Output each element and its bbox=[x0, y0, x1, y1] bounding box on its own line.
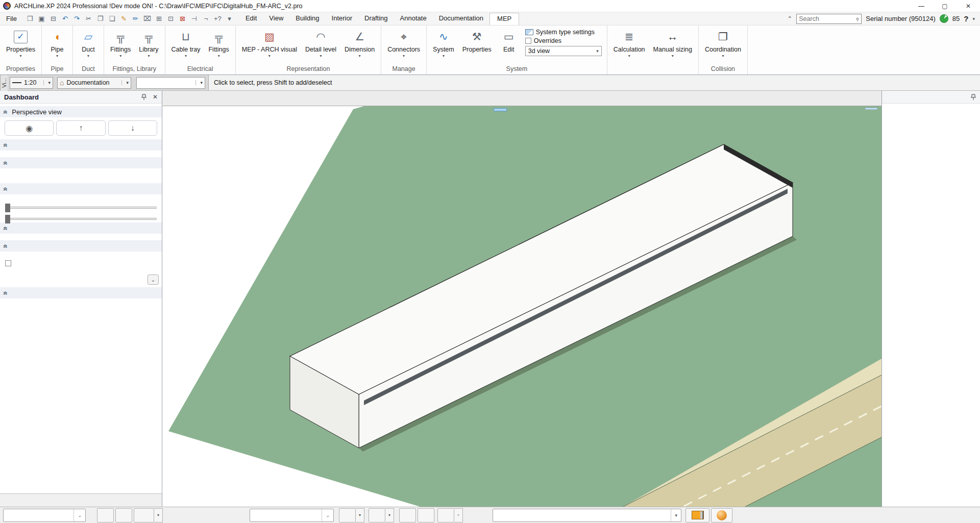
pin-icon[interactable] bbox=[141, 94, 146, 101]
ribbon-button-icon bbox=[504, 28, 514, 45]
menu-file[interactable]: File bbox=[0, 13, 23, 24]
manual-sizing-button[interactable]: Manual sizing bbox=[649, 27, 696, 64]
section-shadow[interactable]: « bbox=[0, 183, 162, 194]
command-input[interactable]: ▾ bbox=[493, 509, 681, 522]
build-tools-button[interactable] bbox=[134, 508, 154, 522]
electrical-fittings-button[interactable]: Fittings bbox=[204, 27, 233, 64]
paste-icon[interactable]: ❏ bbox=[106, 15, 118, 22]
brush-icon[interactable]: ✎ bbox=[118, 15, 130, 22]
date-slider-thumb[interactable] bbox=[5, 215, 10, 223]
scale-dropdown[interactable]: 1:20 ▾ bbox=[10, 77, 53, 89]
copy-icon[interactable]: ❐ bbox=[94, 15, 106, 22]
mep-properties-button[interactable]: Properties bbox=[2, 27, 39, 64]
export-view-button[interactable] bbox=[399, 508, 416, 522]
overrides-checkbox[interactable]: Overrides bbox=[525, 37, 602, 44]
system-properties-button[interactable]: Properties bbox=[458, 27, 496, 64]
library-button[interactable]: Library bbox=[135, 27, 162, 64]
coordination-button[interactable]: Coordination bbox=[701, 27, 745, 64]
menu-item[interactable]: Documentation bbox=[433, 13, 489, 25]
menu-item[interactable]: Annotate bbox=[394, 13, 433, 25]
build-tools-caret[interactable]: ▾ bbox=[154, 508, 163, 522]
dimension-button[interactable]: Dimension bbox=[340, 27, 379, 64]
segment-caret[interactable]: ▾ bbox=[454, 508, 463, 522]
render-sphere-button[interactable] bbox=[711, 508, 732, 522]
north-direction-button[interactable] bbox=[369, 508, 385, 522]
print-icon[interactable]: ⊟ bbox=[47, 15, 59, 22]
measure-icon[interactable]: ⊞ bbox=[153, 15, 165, 22]
trim-icon[interactable]: ⊣ bbox=[188, 15, 200, 22]
joining-surfaces-checkbox[interactable] bbox=[5, 260, 11, 266]
help-caret-icon[interactable]: ▾ bbox=[972, 16, 975, 21]
open-folder-icon[interactable]: ❒ bbox=[24, 15, 36, 22]
floor-up-button[interactable] bbox=[97, 508, 114, 522]
close-panel-icon[interactable]: ✕ bbox=[153, 93, 158, 101]
mep-arch-visual-button[interactable]: MEP - ARCH visual bbox=[238, 27, 301, 64]
save-icon[interactable]: ▣ bbox=[36, 15, 47, 22]
section-rendering[interactable]: « bbox=[0, 240, 162, 252]
menu-item[interactable]: Building bbox=[289, 13, 325, 25]
duct-button[interactable]: Duct bbox=[75, 27, 102, 64]
pen-icon[interactable]: ✏ bbox=[130, 15, 141, 22]
detail-level-button[interactable]: Detail level bbox=[301, 27, 340, 64]
edit-button[interactable]: Edit bbox=[496, 27, 522, 64]
layers-button[interactable] bbox=[339, 508, 356, 522]
delete-icon[interactable]: ⌧ bbox=[141, 15, 153, 22]
north-caret[interactable]: ▾ bbox=[385, 508, 394, 522]
pipe-button[interactable]: Pipe bbox=[44, 27, 70, 64]
representation-mode-dropdown[interactable]: ⌂ Documentation ▾ bbox=[57, 77, 131, 89]
fittings-button[interactable]: Fittings bbox=[106, 27, 135, 64]
layer-dropdown[interactable]: ▾ bbox=[136, 77, 205, 89]
section-view[interactable]: « bbox=[0, 157, 162, 168]
cable-tray-button[interactable]: Cable tray bbox=[167, 27, 205, 64]
date-slider[interactable] bbox=[5, 218, 157, 220]
element-type-dropdown[interactable]: ⌄ bbox=[250, 509, 334, 522]
active-view-dropdown[interactable]: ⌄ bbox=[3, 509, 86, 522]
ribbon-button-label: Calculation bbox=[614, 46, 645, 53]
more-icon[interactable]: ▾ bbox=[224, 15, 235, 22]
ribbon-button-label: Properties bbox=[6, 46, 35, 53]
section-show[interactable]: « bbox=[0, 222, 162, 234]
titlebar: ARCHLine.XP 2024 Professional !Dev mode … bbox=[0, 0, 980, 12]
pin-icon[interactable] bbox=[971, 94, 976, 101]
color-schemes-dropdown[interactable]: ⌄ bbox=[148, 275, 159, 285]
menu-item[interactable]: MEP bbox=[489, 13, 519, 25]
render-image-button[interactable] bbox=[685, 508, 709, 522]
cut-icon[interactable]: ✂ bbox=[83, 15, 94, 22]
time-slider[interactable] bbox=[5, 207, 157, 209]
section-visual-style[interactable]: « bbox=[0, 139, 162, 151]
calculation-button[interactable]: Calculation bbox=[609, 27, 649, 64]
close-button[interactable]: ✕ bbox=[957, 3, 980, 10]
corner-icon[interactable]: ¬ bbox=[200, 15, 212, 22]
time-slider-thumb[interactable] bbox=[5, 204, 10, 212]
view-mode-dropdown[interactable]: 3d view▾ bbox=[525, 46, 602, 56]
drawing-viewport[interactable] bbox=[162, 106, 881, 507]
floor-down-button[interactable] bbox=[115, 508, 132, 522]
move-down-button[interactable]: ↓ bbox=[108, 120, 157, 136]
redo-icon[interactable]: ↷ bbox=[71, 15, 83, 22]
geolocation-button[interactable] bbox=[418, 508, 434, 522]
menu-item[interactable]: View bbox=[263, 13, 289, 25]
system-button[interactable]: System bbox=[429, 27, 458, 64]
perspective-camera-button[interactable]: ◉ bbox=[5, 120, 54, 136]
help-button[interactable]: ? bbox=[964, 14, 968, 23]
move-up-button[interactable]: ↑ bbox=[56, 120, 105, 136]
section-perspective-view[interactable]: « Perspective view bbox=[0, 106, 162, 117]
section-user-defined[interactable]: « bbox=[0, 287, 162, 298]
what-is-this-icon[interactable]: +? bbox=[212, 15, 224, 22]
box-select-icon[interactable]: ⊡ bbox=[165, 15, 177, 22]
system-type-settings-button[interactable]: System type settings bbox=[525, 29, 602, 36]
menu-item[interactable]: Drafting bbox=[358, 13, 394, 25]
menu-item[interactable]: Edit bbox=[239, 13, 263, 25]
search-input[interactable] bbox=[799, 15, 855, 22]
undo-icon[interactable]: ↶ bbox=[59, 15, 71, 22]
chevron-down-icon: ▾ bbox=[596, 48, 599, 54]
views-side-tab[interactable]: Vi... bbox=[0, 75, 8, 91]
connectors-button[interactable]: Connectors bbox=[383, 27, 424, 64]
minimize-button[interactable]: — bbox=[910, 3, 933, 10]
collapse-ribbon-icon[interactable]: ⌃ bbox=[787, 15, 792, 22]
segment-mode-button[interactable] bbox=[437, 508, 454, 522]
maximize-button[interactable]: ▢ bbox=[933, 3, 957, 10]
menu-item[interactable]: Interior bbox=[326, 13, 358, 25]
layers-caret[interactable]: ▾ bbox=[356, 508, 364, 522]
erase-icon[interactable]: ⊠ bbox=[177, 15, 188, 22]
